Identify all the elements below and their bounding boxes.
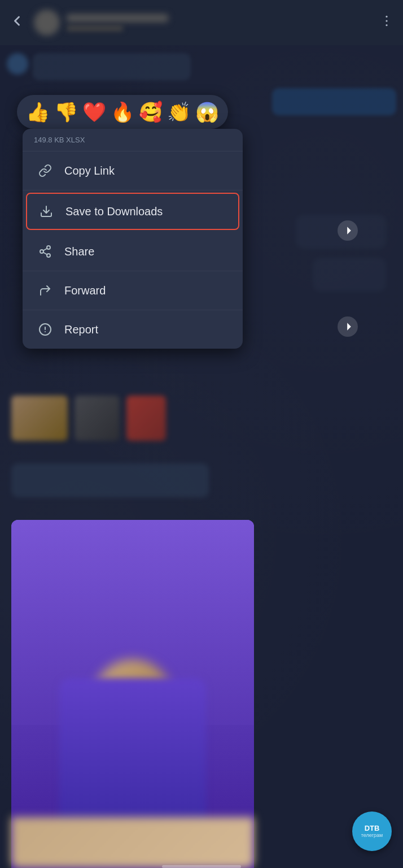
dtb-line2: телеграм (361, 832, 383, 839)
emoji-heart[interactable]: ❤️ (82, 101, 106, 123)
save-downloads-label: Save to Downloads (65, 205, 163, 218)
save-to-downloads-item[interactable]: Save to Downloads (26, 193, 239, 230)
reply-arrow-2[interactable] (338, 316, 358, 337)
download-icon (37, 202, 55, 220)
bottom-skin-strip (11, 817, 254, 868)
emoji-thumbs-up[interactable]: 👍 (26, 101, 50, 123)
report-item[interactable]: Report (23, 310, 243, 349)
link-icon (36, 162, 54, 180)
chat-header (0, 0, 403, 45)
emoji-clapping[interactable]: 👏 (167, 101, 191, 123)
copy-link-label: Copy Link (64, 164, 115, 177)
report-icon (36, 320, 54, 338)
svg-point-2 (386, 24, 387, 26)
chat-background: 👍 👎 ❤️ 🔥 🥰 👏 😱 149.8 KB XLSX Copy Link (0, 45, 403, 868)
bottom-nav (0, 865, 403, 868)
share-icon (36, 242, 54, 261)
home-indicator (162, 865, 241, 868)
reply-arrow-1[interactable] (338, 220, 358, 241)
chat-name (67, 14, 168, 22)
more-button[interactable] (379, 14, 394, 32)
svg-line-8 (43, 249, 47, 251)
chat-avatar (34, 10, 60, 36)
svg-line-7 (43, 253, 47, 255)
dtb-badge[interactable]: DTB телеграм (352, 811, 392, 851)
side-chat-content (273, 215, 386, 301)
chat-status (67, 25, 123, 31)
emoji-fire[interactable]: 🔥 (111, 101, 134, 123)
context-menu: 149.8 KB XLSX Copy Link Save to Download… (23, 129, 243, 349)
share-label: Share (64, 245, 94, 258)
svg-point-1 (386, 20, 387, 21)
emoji-thumbs-down[interactable]: 👎 (54, 101, 78, 123)
mid-content-blurred (11, 396, 166, 441)
emoji-smiling-face[interactable]: 🥰 (139, 101, 163, 123)
report-label: Report (64, 323, 98, 336)
file-info: 149.8 KB XLSX (23, 129, 243, 151)
forward-item[interactable]: Forward (23, 271, 243, 310)
share-item[interactable]: Share (23, 232, 243, 271)
forward-label: Forward (64, 284, 106, 297)
blurred-bubble-3 (11, 463, 209, 497)
back-button[interactable] (9, 13, 25, 33)
chat-info (67, 14, 379, 31)
dtb-line1: DTB (365, 824, 380, 833)
emoji-shocked[interactable]: 😱 (195, 101, 219, 123)
blurred-person-image (11, 520, 254, 868)
svg-point-0 (386, 16, 387, 18)
forward-icon (36, 281, 54, 300)
copy-link-item[interactable]: Copy Link (23, 151, 243, 190)
emoji-reaction-bar[interactable]: 👍 👎 ❤️ 🔥 🥰 👏 😱 (17, 95, 228, 129)
